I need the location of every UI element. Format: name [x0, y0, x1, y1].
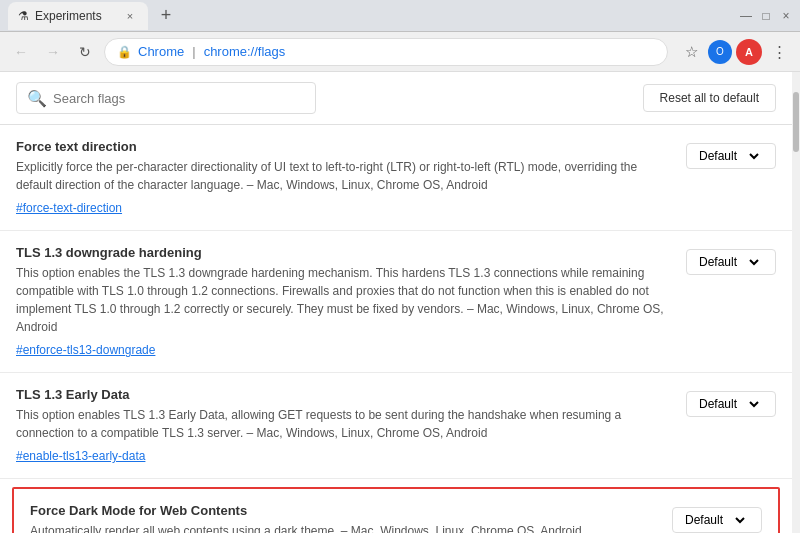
title-bar: ⚗ Experiments × + — □ × — [0, 0, 800, 32]
flag-control-1: DefaultEnabledDisabled — [686, 249, 776, 275]
flag-title-2: TLS 1.3 Early Data — [16, 387, 674, 402]
close-window-button[interactable]: × — [780, 10, 792, 22]
search-icon: 🔍 — [27, 89, 47, 108]
flag-select-dropdown-3[interactable]: DefaultEnabledDisabled — [681, 512, 748, 528]
flag-control-0: DefaultEnabledDisabled — [686, 143, 776, 169]
flags-panel[interactable]: 🔍 Reset all to default Force text direct… — [0, 72, 792, 533]
flag-link-2[interactable]: #enable-tls13-early-data — [16, 449, 145, 463]
flag-select-dropdown-2[interactable]: DefaultEnabledDisabled — [695, 396, 762, 412]
flag-select-3[interactable]: DefaultEnabledDisabled — [672, 507, 762, 533]
menu-button[interactable]: ⋮ — [766, 39, 792, 65]
flag-description-1: This option enables the TLS 1.3 downgrad… — [16, 264, 674, 336]
flag-select-dropdown-1[interactable]: DefaultEnabledDisabled — [695, 254, 762, 270]
new-tab-button[interactable]: + — [152, 2, 180, 30]
url-bar[interactable]: 🔒 Chrome | chrome://flags — [104, 38, 668, 66]
maximize-button[interactable]: □ — [760, 10, 772, 22]
flags-list: Force text direction Explicitly force th… — [0, 125, 792, 533]
search-flags-container: 🔍 — [16, 82, 316, 114]
flag-text-0: Force text direction Explicitly force th… — [16, 139, 674, 216]
forward-button[interactable]: → — [40, 39, 66, 65]
flag-entry-2: TLS 1.3 Early Data This option enables T… — [0, 373, 792, 479]
flag-title-3: Force Dark Mode for Web Contents — [30, 503, 660, 518]
reset-all-button[interactable]: Reset all to default — [643, 84, 776, 112]
flag-text-1: TLS 1.3 downgrade hardening This option … — [16, 245, 674, 358]
flag-title-1: TLS 1.3 downgrade hardening — [16, 245, 674, 260]
minimize-button[interactable]: — — [740, 10, 752, 22]
flag-entry-0: Force text direction Explicitly force th… — [0, 125, 792, 231]
url-scheme: Chrome — [138, 44, 184, 59]
flag-select-0[interactable]: DefaultEnabledDisabled — [686, 143, 776, 169]
active-tab[interactable]: ⚗ Experiments × — [8, 2, 148, 30]
reload-button[interactable]: ↻ — [72, 39, 98, 65]
flag-description-0: Explicitly force the per-character direc… — [16, 158, 674, 194]
flag-link-0[interactable]: #force-text-direction — [16, 201, 122, 215]
flag-title-0: Force text direction — [16, 139, 674, 154]
tab-close-button[interactable]: × — [122, 8, 138, 24]
flag-text-2: TLS 1.3 Early Data This option enables T… — [16, 387, 674, 464]
content-area: 🔍 Reset all to default Force text direct… — [0, 72, 800, 533]
search-bar-row: 🔍 Reset all to default — [0, 72, 792, 125]
url-path: chrome://flags — [204, 44, 286, 59]
tab-title: Experiments — [35, 9, 102, 23]
flag-entry-3: Force Dark Mode for Web Contents Automat… — [12, 487, 780, 533]
secure-icon: 🔒 — [117, 45, 132, 59]
back-button[interactable]: ← — [8, 39, 34, 65]
flag-select-1[interactable]: DefaultEnabledDisabled — [686, 249, 776, 275]
scrollbar-thumb[interactable] — [793, 92, 799, 152]
flag-text-3: Force Dark Mode for Web Contents Automat… — [30, 503, 660, 533]
flag-select-dropdown-0[interactable]: DefaultEnabledDisabled — [695, 148, 762, 164]
address-bar: ← → ↻ 🔒 Chrome | chrome://flags ☆ O A ⋮ — [0, 32, 800, 72]
flag-description-2: This option enables TLS 1.3 Early Data, … — [16, 406, 674, 442]
search-input[interactable] — [53, 91, 305, 106]
flag-description-3: Automatically render all web contents us… — [30, 522, 660, 533]
window-controls: — □ × — [740, 10, 792, 22]
flag-control-3: DefaultEnabledDisabled — [672, 507, 762, 533]
profile-avatar[interactable]: A — [736, 39, 762, 65]
extension-icon[interactable]: O — [708, 40, 732, 64]
flag-link-1[interactable]: #enforce-tls13-downgrade — [16, 343, 155, 357]
flag-select-2[interactable]: DefaultEnabledDisabled — [686, 391, 776, 417]
url-separator: | — [192, 44, 195, 59]
tab-favicon: ⚗ — [18, 9, 29, 23]
flag-entry-1: TLS 1.3 downgrade hardening This option … — [0, 231, 792, 373]
bookmark-button[interactable]: ☆ — [678, 39, 704, 65]
scrollbar-track[interactable] — [792, 72, 800, 533]
toolbar-icons: ☆ O A ⋮ — [678, 39, 792, 65]
flag-control-2: DefaultEnabledDisabled — [686, 391, 776, 417]
